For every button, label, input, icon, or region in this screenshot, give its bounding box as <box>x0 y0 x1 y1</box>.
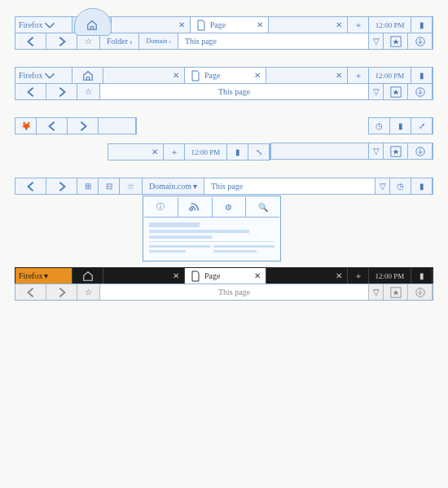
forward-button[interactable] <box>46 284 77 300</box>
home-button[interactable] <box>72 68 103 83</box>
arrow-left-icon <box>25 86 37 98</box>
arrow-left-icon <box>25 287 37 298</box>
history-icon[interactable]: ◷ <box>369 118 390 134</box>
close-icon[interactable]: ✕ <box>254 71 261 80</box>
tab-blank-1[interactable]: ✕ <box>112 17 191 33</box>
back-button[interactable] <box>15 178 46 194</box>
battery-icon: ▮ <box>411 68 433 83</box>
address-bar[interactable]: This page <box>100 84 369 99</box>
home-button[interactable] <box>72 17 112 33</box>
tab-blank-2[interactable]: ✕ <box>269 17 348 33</box>
close-icon[interactable]: ✕ <box>173 71 179 80</box>
tab-blank-2[interactable]: ✕ <box>266 268 348 284</box>
back-button[interactable] <box>15 284 46 300</box>
close-icon[interactable]: ✕ <box>257 20 263 29</box>
grid-icon[interactable]: ⊞ <box>77 178 99 194</box>
new-tab-button[interactable]: ＋ <box>348 68 369 83</box>
bookmarks-button[interactable] <box>384 84 408 99</box>
firefox-menu[interactable]: Firefox <box>15 68 72 83</box>
close-icon[interactable]: ✕ <box>173 271 179 280</box>
forward-button[interactable] <box>46 178 77 194</box>
downloads-button[interactable] <box>408 284 433 300</box>
rss-icon[interactable] <box>178 197 213 217</box>
tab-blank-1[interactable]: ✕ <box>103 268 185 284</box>
bookmark-star[interactable]: ☆ <box>120 178 143 194</box>
tab-page[interactable]: Page✕ <box>191 17 270 33</box>
address-dropdown[interactable]: ▽ <box>369 284 384 300</box>
collapse-icon[interactable]: ⤢ <box>411 118 433 134</box>
back-button[interactable] <box>37 118 68 134</box>
gear-icon[interactable]: ⚙ <box>213 197 247 217</box>
forward-button[interactable] <box>46 84 77 99</box>
address-bar[interactable]: This page <box>100 284 369 300</box>
battery-icon: ▮ <box>390 118 411 134</box>
close-icon[interactable]: ✕ <box>178 20 185 29</box>
address-bar[interactable]: This page <box>178 33 369 49</box>
firefox-menu[interactable]: Firefox <box>15 17 72 33</box>
domain-breadcrumb[interactable]: Domain.com ▾ ⓘ ⚙ 🔍 <box>143 178 204 194</box>
bookmarks-button[interactable] <box>384 284 408 300</box>
star-box-icon <box>390 287 402 298</box>
tab-page[interactable]: Page✕ <box>185 268 266 284</box>
home-icon <box>86 20 98 31</box>
download-icon <box>415 287 426 298</box>
battery-icon: ▮ <box>411 178 433 194</box>
star-box-icon <box>390 146 402 157</box>
arrow-left-icon <box>25 36 37 47</box>
address-dropdown[interactable]: ▽ <box>369 84 384 99</box>
close-icon[interactable]: ✕ <box>254 271 261 280</box>
address-dropdown[interactable]: ▽ <box>369 143 384 159</box>
breadcrumb-domain[interactable]: Domain › <box>139 33 178 49</box>
arrow-right-icon <box>56 287 68 298</box>
firefox-icon[interactable]: 🦊 <box>15 118 37 134</box>
downloads-button[interactable] <box>408 33 433 49</box>
bookmark-star[interactable]: ☆ <box>77 284 100 300</box>
back-button[interactable] <box>15 84 46 99</box>
info-icon[interactable]: ⓘ <box>144 197 178 217</box>
home-icon <box>82 70 94 81</box>
grid-icon-2[interactable]: ⊟ <box>99 178 120 194</box>
address-dropdown[interactable]: ▽ <box>369 33 384 49</box>
forward-button[interactable] <box>46 33 77 49</box>
download-icon <box>415 86 426 98</box>
home-button[interactable] <box>72 268 103 284</box>
tab-blank-1[interactable]: ✕ <box>103 68 185 83</box>
firefox-menu[interactable]: Firefox ▾ <box>15 268 72 284</box>
forward-button[interactable] <box>68 118 99 134</box>
clock: 12:00 PM <box>369 17 411 33</box>
arrow-right-icon <box>77 121 89 132</box>
spacer <box>271 143 369 159</box>
back-button[interactable] <box>15 33 46 49</box>
clock: 12:00 PM <box>185 144 227 160</box>
search-icon[interactable]: 🔍 <box>246 197 279 217</box>
new-tab-button[interactable]: ＋ <box>348 268 369 284</box>
chevron-down-icon <box>44 70 55 81</box>
clock: 12:00 PM <box>369 268 411 284</box>
address-bar[interactable]: This page <box>204 178 376 194</box>
tab-blank-2[interactable]: ✕ <box>266 68 348 83</box>
tab-page[interactable]: Page✕ <box>185 68 266 83</box>
tab-blank[interactable]: ✕ <box>108 144 164 160</box>
close-icon[interactable]: ✕ <box>336 71 342 80</box>
page-icon <box>190 270 201 282</box>
battery-icon: ▮ <box>411 268 433 284</box>
download-icon <box>415 146 426 157</box>
bookmarks-button[interactable] <box>384 33 408 49</box>
close-icon[interactable]: ✕ <box>336 271 342 280</box>
history-icon[interactable]: ◷ <box>390 178 411 194</box>
downloads-button[interactable] <box>408 84 433 99</box>
bookmarks-button[interactable] <box>384 143 408 159</box>
mockup-plain: Firefox ✕ Page✕ ✕ ＋ 12:00 PM ▮ ☆ This pa… <box>15 67 433 100</box>
downloads-button[interactable] <box>408 143 433 159</box>
new-tab-button[interactable]: ＋ <box>164 144 185 160</box>
mockup-home-bump: Firefox ✕ Page✕ ✕ ＋ 12:00 PM ▮ ☆ Folder … <box>15 16 433 50</box>
arrow-left-icon <box>25 181 37 192</box>
star-box-icon <box>390 86 402 98</box>
collapse-icon[interactable]: ⤡ <box>248 144 270 160</box>
new-tab-button[interactable]: ＋ <box>348 17 369 33</box>
address-dropdown[interactable]: ▽ <box>376 178 390 194</box>
close-icon[interactable]: ✕ <box>336 20 342 29</box>
bookmark-star[interactable]: ☆ <box>77 84 100 99</box>
mockup-compact: 🦊 ◷ ▮ ⤢ ✕ ＋ 12:00 PM ▮ ⤡ <box>15 117 433 160</box>
arrow-right-icon <box>56 86 68 98</box>
